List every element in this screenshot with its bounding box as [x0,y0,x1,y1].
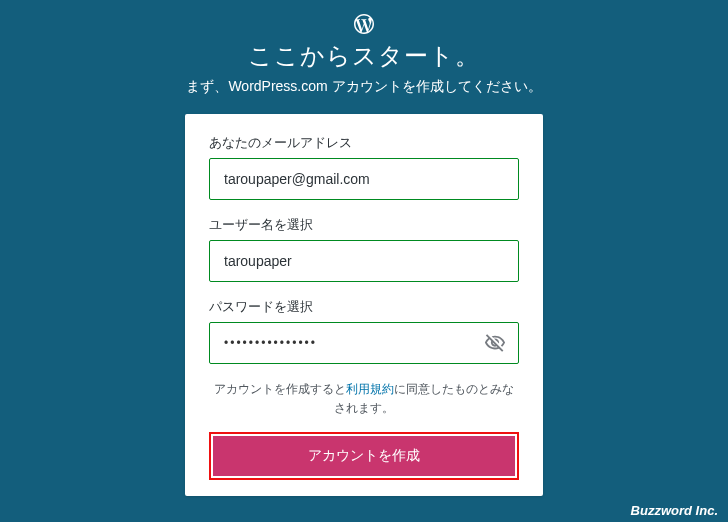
email-input-wrap [209,158,519,200]
username-input-wrap [209,240,519,282]
create-account-button[interactable]: アカウントを作成 [213,436,515,476]
terms-text: アカウントを作成すると利用規約に同意したものとみなされます。 [209,380,519,418]
eye-off-icon[interactable] [484,332,506,354]
page-title: ここからスタート。 [0,40,728,72]
username-field-group: ユーザー名を選択 [209,216,519,282]
password-input[interactable] [210,323,518,363]
email-label: あなたのメールアドレス [209,134,519,152]
footer-credit: Buzzword Inc. [631,503,718,518]
page-subtitle: まず、WordPress.com アカウントを作成してください。 [0,78,728,96]
username-label: ユーザー名を選択 [209,216,519,234]
terms-prefix: アカウントを作成すると [214,382,346,396]
wordpress-logo-icon [352,12,376,36]
email-input[interactable] [210,159,518,199]
page-header: ここからスタート。 まず、WordPress.com アカウントを作成してくださ… [0,0,728,96]
username-input[interactable] [210,241,518,281]
submit-button-highlight: アカウントを作成 [209,432,519,480]
signup-card: あなたのメールアドレス ユーザー名を選択 パスワードを選択 アカウントを作成する… [185,114,543,496]
email-field-group: あなたのメールアドレス [209,134,519,200]
password-field-group: パスワードを選択 [209,298,519,364]
password-input-wrap [209,322,519,364]
password-label: パスワードを選択 [209,298,519,316]
terms-link[interactable]: 利用規約 [346,382,394,396]
